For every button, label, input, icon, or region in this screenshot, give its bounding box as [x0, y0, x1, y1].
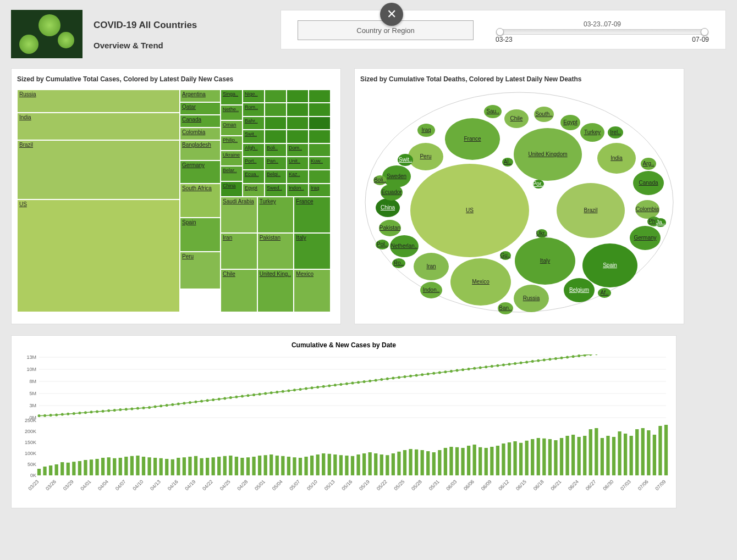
trend-chart[interactable]: 0M3M5M8M10M13M0K50K100K150K200K250K03/23… [12, 354, 672, 503]
bubble-label: Egypt [563, 119, 578, 125]
treemap-cell[interactable]: Italy [294, 233, 331, 269]
treemap-cell[interactable]: Swed.. [265, 184, 287, 197]
svg-text:05/22: 05/22 [376, 479, 388, 491]
treemap-cell[interactable]: India [17, 113, 180, 140]
svg-rect-152 [177, 458, 180, 475]
treemap-cell[interactable]: Germany [180, 160, 221, 184]
treemap-cell[interactable]: Qatar [180, 102, 221, 115]
treemap-cell[interactable] [265, 130, 287, 143]
treemap-cell[interactable]: Saudi Arabia [221, 197, 257, 233]
treemap-cell[interactable]: Unit.. [287, 157, 309, 170]
treemap-cell[interactable] [309, 103, 331, 116]
treemap-cell[interactable] [265, 90, 287, 103]
svg-rect-149 [160, 458, 163, 475]
treemap-cell[interactable]: Bangladesh [180, 140, 221, 160]
svg-text:05/13: 05/13 [323, 479, 336, 491]
svg-rect-176 [316, 454, 320, 475]
slider-handle-start[interactable] [496, 28, 504, 36]
treemap-cell[interactable] [287, 130, 309, 143]
svg-text:06/27: 06/27 [585, 479, 597, 491]
bubble-label: Arg.. [642, 160, 654, 167]
svg-text:05/25: 05/25 [393, 479, 405, 491]
svg-text:06/21: 06/21 [549, 479, 562, 491]
bubble-label: South.. [535, 111, 553, 117]
treemap-cell[interactable] [265, 103, 287, 116]
treemap-cell[interactable]: Afgh.. [243, 143, 265, 157]
treemap-cell[interactable] [265, 117, 287, 130]
treemap-cell[interactable]: Turkey [257, 197, 294, 233]
treemap-cell[interactable]: Belgi.. [265, 170, 287, 183]
svg-text:0K: 0K [30, 473, 36, 478]
svg-rect-197 [438, 450, 441, 475]
treemap-cell[interactable]: Canada [180, 115, 221, 127]
treemap-cell[interactable]: Argentina [180, 90, 221, 102]
treemap-cell[interactable]: Oman [221, 120, 243, 136]
treemap-cell[interactable]: Nethe.. [221, 105, 243, 120]
treemap-cell[interactable] [309, 90, 331, 103]
bubble-label: Irel.. [610, 129, 620, 135]
treemap-cell[interactable]: China [221, 181, 243, 197]
svg-rect-134 [72, 462, 75, 475]
bubble-label: Sau.. [486, 108, 499, 114]
treemap-cell[interactable]: Ecua.. [243, 170, 265, 183]
date-slider[interactable]: 03-23..07-09 03-23 07-09 [496, 20, 709, 43]
svg-rect-162 [235, 457, 238, 475]
treemap-cell[interactable] [287, 90, 309, 103]
bubble-label: Sweden [387, 173, 406, 179]
svg-rect-169 [276, 456, 279, 475]
treemap-cell[interactable]: Singa.. [221, 90, 243, 105]
treemap-cell[interactable]: Pakistan [257, 233, 294, 269]
treemap-cell[interactable]: Russia [17, 90, 180, 113]
svg-rect-227 [612, 437, 615, 475]
treemap-cell[interactable]: Kuw.. [309, 157, 331, 170]
treemap-cell[interactable]: France [294, 197, 331, 233]
svg-text:05/19: 05/19 [358, 479, 371, 491]
treemap-cell[interactable] [287, 103, 309, 116]
treemap-cell[interactable]: Indon.. [287, 184, 309, 197]
svg-rect-166 [258, 456, 261, 475]
treemap-cell[interactable]: Port.. [243, 157, 265, 170]
treemap-cell[interactable]: Rom.. [243, 103, 265, 116]
slider-track[interactable] [498, 29, 707, 35]
svg-text:06/15: 06/15 [515, 479, 527, 491]
bubble-label: Netherlan.. [391, 243, 418, 249]
treemap-cell[interactable]: Chile [221, 269, 257, 312]
treemap-cell[interactable]: Peru [180, 252, 221, 289]
bubble-chart[interactable]: USBrazilUnited KingdomItalySpainMexicoFr… [362, 90, 676, 315]
treemap-cell[interactable]: Ukraine [221, 151, 243, 166]
treemap-cell[interactable] [309, 143, 331, 157]
slider-handle-end[interactable] [701, 28, 708, 36]
svg-rect-165 [252, 457, 255, 475]
treemap-cell[interactable]: Boli.. [265, 143, 287, 157]
treemap-cell[interactable]: Iran [221, 233, 257, 269]
treemap-cell[interactable]: Bahr.. [243, 117, 265, 130]
treemap-cell[interactable]: Colombia [180, 127, 221, 140]
treemap-cell[interactable]: Pan.. [265, 157, 287, 170]
svg-text:03/23: 03/23 [27, 479, 40, 491]
treemap-cell[interactable]: US [17, 199, 180, 312]
treemap-cell[interactable]: Swit.. [243, 130, 265, 143]
treemap-cell[interactable]: Nige.. [243, 90, 265, 103]
treemap-cell[interactable]: Dom.. [287, 143, 309, 157]
bubble-label: United Kingdom [528, 151, 567, 157]
treemap-cell[interactable]: Egypt [243, 184, 265, 197]
treemap-cell[interactable]: Spain [180, 218, 221, 252]
svg-rect-219 [565, 436, 569, 475]
treemap-cell[interactable]: United King.. [257, 269, 294, 312]
treemap-cell[interactable]: Belar.. [221, 166, 243, 181]
treemap-cell[interactable] [309, 117, 331, 130]
treemap-cell[interactable]: Mexico [294, 269, 331, 312]
svg-rect-179 [333, 454, 337, 475]
treemap-cell[interactable]: South Africa [180, 184, 221, 218]
treemap-cell[interactable] [287, 117, 309, 130]
treemap-chart[interactable]: RussiaIndiaBrazilUSArgentinaQatarCanadaC… [17, 90, 331, 312]
svg-text:06/09: 06/09 [480, 479, 493, 491]
close-icon[interactable]: ✕ [380, 3, 403, 26]
svg-rect-230 [630, 436, 633, 475]
treemap-cell[interactable]: Kaz.. [287, 170, 309, 183]
treemap-cell[interactable] [309, 130, 331, 143]
treemap-cell[interactable]: Philip.. [221, 136, 243, 151]
treemap-cell[interactable]: Brazil [17, 140, 180, 199]
treemap-cell[interactable]: Iraq [309, 184, 331, 197]
treemap-cell[interactable] [309, 170, 331, 183]
